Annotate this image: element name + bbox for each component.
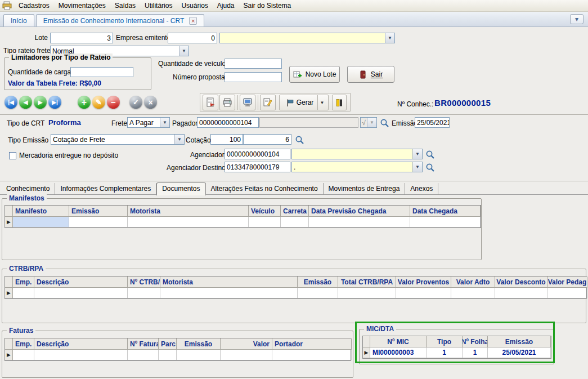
last-record-button[interactable]: ▶| — [48, 96, 61, 109]
row-selector[interactable]: ▶ — [5, 217, 13, 228]
mercadoria-deposito-checkbox[interactable] — [9, 152, 16, 159]
agenciador-select[interactable]: ▼ — [291, 149, 423, 159]
chevron-down-icon[interactable]: ▼ — [317, 95, 326, 110]
grid-cell[interactable] — [547, 288, 587, 298]
tab-documentos[interactable]: Documentos — [156, 182, 205, 195]
menu-utilitarios[interactable]: Utilitários — [140, 1, 177, 11]
menu-cadastros[interactable]: Cadastros — [14, 1, 54, 11]
chevron-down-icon[interactable]: ▼ — [385, 33, 394, 43]
grid-cell[interactable] — [495, 288, 547, 298]
novo-lote-button[interactable]: Novo Lote — [289, 66, 340, 83]
menu-usuarios[interactable]: Usuários — [177, 1, 212, 11]
edit-form-button[interactable] — [260, 95, 276, 110]
chevron-down-icon[interactable]: ▼ — [160, 118, 169, 127]
grid-cell[interactable] — [338, 288, 396, 298]
grid-cell-mic-emissao[interactable]: 25/05/2021 — [488, 347, 551, 358]
grid-cell[interactable] — [451, 288, 495, 298]
gerar-button-main[interactable]: Gerar — [282, 95, 318, 110]
empresa-emitente-input[interactable]: 0 — [168, 33, 217, 43]
grid-cell[interactable] — [272, 350, 352, 360]
grid-cell[interactable] — [34, 288, 128, 298]
menu-ajuda[interactable]: Ajuda — [213, 1, 239, 11]
report-preview-button[interactable] — [203, 95, 218, 110]
lote-input[interactable]: 3 — [50, 33, 113, 43]
empresa-emitente-select[interactable]: ▼ — [219, 33, 395, 43]
grid-cell[interactable] — [396, 288, 451, 298]
tab-emissao-crt[interactable]: Emissão de Conhecimento Internacional - … — [36, 14, 205, 26]
grid-cell[interactable] — [298, 288, 338, 298]
grid-cell-mic-tipo[interactable]: 1 — [427, 347, 463, 358]
search-icon[interactable] — [425, 163, 435, 172]
cancel-button[interactable]: × — [144, 96, 157, 109]
color-bars-button[interactable] — [332, 95, 347, 110]
agenciador-destino-input[interactable]: 01334780000179 — [225, 162, 290, 172]
chevron-down-icon[interactable]: ▼ — [179, 46, 188, 56]
grid-cell[interactable] — [221, 350, 272, 360]
cotacao-numero-input[interactable]: 100 — [210, 134, 243, 145]
grid-cell[interactable] — [128, 350, 159, 360]
tab-conhecimento[interactable]: Conhecimento — [1, 183, 55, 195]
confirm-button[interactable]: ✓ — [129, 96, 142, 109]
chevron-down-icon[interactable]: ▼ — [412, 162, 422, 172]
pagador-input[interactable]: 00000000000104 — [197, 117, 259, 128]
grid-cell[interactable] — [410, 217, 481, 228]
chevron-down-icon[interactable]: ▾ — [570, 14, 583, 24]
grid-cell[interactable] — [13, 288, 34, 298]
display-button[interactable] — [240, 95, 255, 110]
tipo-emissao-select[interactable]: Cotação de Frete ▼ — [51, 134, 185, 145]
menu-saidas[interactable]: Saídas — [110, 1, 140, 11]
tab-informacoes-complementares[interactable]: Informações Complementares — [55, 183, 156, 195]
gerar-button[interactable]: Gerar ▼ — [279, 95, 329, 110]
quantidade-veiculos-input[interactable] — [225, 59, 282, 69]
tab-alteracoes-feitas[interactable]: Alterações Feitas no Conhecimento — [206, 183, 324, 195]
tab-anexos[interactable]: Anexos — [405, 183, 438, 195]
grid-cell[interactable] — [13, 217, 69, 228]
previous-record-button[interactable]: ◀ — [19, 96, 32, 109]
search-icon[interactable] — [380, 118, 389, 128]
frete-select[interactable]: A Pagar ▼ — [127, 117, 170, 128]
manifestos-grid[interactable]: Manifesto Emissão Motorista Veículo Carr… — [5, 205, 481, 228]
search-icon[interactable] — [295, 135, 304, 145]
grid-cell[interactable] — [281, 217, 309, 228]
manifestos-empty-row[interactable]: ▶ — [5, 217, 481, 228]
grid-cell-mic-folha[interactable]: 1 — [463, 347, 488, 358]
grid-cell[interactable] — [177, 350, 221, 360]
row-selector[interactable]: ▶ — [5, 288, 13, 298]
edit-record-button[interactable]: ✎ — [92, 96, 105, 109]
first-record-button[interactable]: |◀ — [5, 96, 17, 109]
faturas-empty-row[interactable]: ▶ — [5, 350, 351, 360]
grid-cell[interactable] — [34, 350, 128, 360]
mic-dta-row[interactable]: ▶ MI000000003 1 1 25/05/2021 — [363, 347, 551, 358]
faturas-grid[interactable]: Emp. Descrição Nº Fatura Parc Emissão Va… — [5, 338, 351, 361]
print-button[interactable] — [219, 95, 235, 110]
search-icon[interactable] — [425, 150, 435, 159]
ctrb-rpa-grid[interactable]: Emp. Descrição Nº CTRB/RPA Motorista Emi… — [5, 276, 587, 299]
grid-cell[interactable] — [159, 350, 177, 360]
grid-cell[interactable] — [69, 217, 128, 228]
tab-inicio[interactable]: Início — [3, 14, 34, 26]
agenciador-input[interactable]: 00000000000104 — [225, 149, 290, 159]
sair-button[interactable]: Sair — [347, 66, 394, 83]
grid-cell[interactable] — [160, 288, 298, 298]
ctrb-rpa-empty-row[interactable]: ▶ — [5, 288, 586, 298]
menu-movimentacoes[interactable]: Movimentações — [54, 1, 110, 11]
delete-record-button[interactable]: − — [107, 96, 120, 109]
cotacao-sequencia-input[interactable]: 6 — [243, 134, 291, 145]
grid-cell-mic-numero[interactable]: MI000000003 — [370, 347, 427, 358]
close-tab-icon[interactable]: × — [189, 17, 197, 25]
row-selector[interactable]: ▶ — [363, 347, 370, 358]
mic-dta-grid[interactable]: Nº MIC Tipo Nº Folha Emissão ▶ MI0000000… — [362, 336, 551, 359]
agenciador-destino-select[interactable]: . ▼ — [291, 162, 423, 172]
grid-cell[interactable] — [249, 217, 281, 228]
tab-movimentos-entrega[interactable]: Movimentos de Entrega — [324, 183, 406, 195]
menu-sair-do-sistema[interactable]: Sair do Sistema — [239, 1, 296, 11]
row-selector[interactable]: ▶ — [5, 350, 13, 360]
grid-cell[interactable] — [128, 288, 160, 298]
grid-cell[interactable] — [128, 217, 249, 228]
grid-cell[interactable] — [13, 350, 34, 360]
grid-cell[interactable] — [309, 217, 410, 228]
chevron-down-icon[interactable]: ▼ — [412, 149, 422, 159]
next-record-button[interactable]: ▶ — [34, 96, 47, 109]
numero-proposta-input[interactable] — [225, 72, 282, 82]
add-record-button[interactable]: + — [78, 96, 91, 109]
